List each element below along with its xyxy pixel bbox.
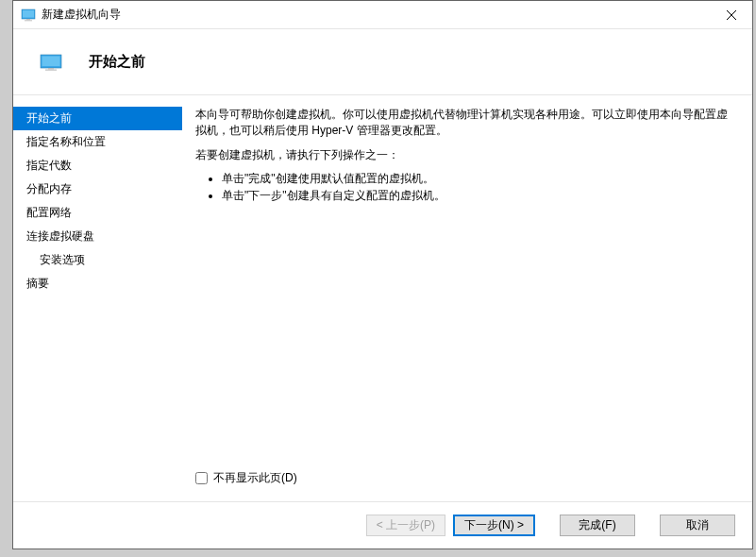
cancel-button[interactable]: 取消 [660,515,735,536]
sidebar: 开始之前 指定名称和位置 指定代数 分配内存 配置网络 连接虚拟硬盘 安装选项 … [13,95,182,501]
dont-show-checkbox[interactable] [195,472,208,484]
sidebar-item-name-location[interactable]: 指定名称和位置 [13,130,182,154]
content-area: 本向导可帮助你创建虚拟机。你可以使用虚拟机代替物理计算机实现各种用途。可以立即使… [182,95,752,501]
svg-rect-3 [25,20,32,21]
svg-rect-1 [23,10,34,18]
monitor-icon [40,54,62,71]
previous-button: < 上一步(P) [366,515,445,536]
sidebar-item-label: 指定代数 [26,159,72,172]
instruction-paragraph: 若要创建虚拟机，请执行下列操作之一： [195,147,733,163]
sidebar-item-label: 安装选项 [40,253,85,266]
sidebar-item-label: 分配内存 [26,182,72,195]
titlebar: 新建虚拟机向导 [13,1,752,29]
wizard-footer: < 上一步(P) 下一步(N) > 完成(F) 取消 [13,501,752,549]
instruction-list: 单击"完成"创建使用默认值配置的虚拟机。 单击"下一步"创建具有自定义配置的虚拟… [195,171,733,204]
checkbox-label: 不再显示此页(D) [213,470,297,486]
sidebar-item-generation[interactable]: 指定代数 [13,154,182,177]
svg-rect-8 [48,68,54,70]
next-button[interactable]: 下一步(N) > [453,515,535,536]
svg-rect-7 [42,56,60,66]
sidebar-item-memory[interactable]: 分配内存 [13,177,182,201]
sidebar-item-label: 摘要 [26,277,49,290]
monitor-icon [21,8,36,23]
sidebar-item-vhd[interactable]: 连接虚拟硬盘 [13,225,182,248]
list-item: 单击"完成"创建使用默认值配置的虚拟机。 [222,171,733,187]
sidebar-item-summary[interactable]: 摘要 [13,272,182,295]
svg-rect-9 [45,69,57,70]
wizard-window: 新建虚拟机向导 开始之前 开始之前 指定名称和位置 指定代数 分配内存 配置网络… [12,0,753,549]
close-button[interactable] [710,1,752,28]
intro-paragraph: 本向导可帮助你创建虚拟机。你可以使用虚拟机代替物理计算机实现各种用途。可以立即使… [195,107,733,140]
window-title: 新建虚拟机向导 [42,7,710,23]
sidebar-item-network[interactable]: 配置网络 [13,201,182,225]
svg-rect-2 [26,19,30,20]
sidebar-item-label: 配置网络 [26,206,72,219]
page-title: 开始之前 [89,53,145,71]
sidebar-item-label: 开始之前 [26,111,72,125]
wizard-header: 开始之前 [13,29,752,95]
dont-show-checkbox-row[interactable]: 不再显示此页(D) [195,470,733,486]
sidebar-item-label: 连接虚拟硬盘 [26,229,94,243]
list-item: 单击"下一步"创建具有自定义配置的虚拟机。 [222,188,733,204]
wizard-body: 开始之前 指定名称和位置 指定代数 分配内存 配置网络 连接虚拟硬盘 安装选项 … [13,95,752,501]
close-icon [727,10,736,20]
finish-button[interactable]: 完成(F) [560,515,635,536]
sidebar-item-install-options[interactable]: 安装选项 [13,248,182,272]
sidebar-item-before-begin[interactable]: 开始之前 [13,107,182,130]
sidebar-item-label: 指定名称和位置 [26,135,106,148]
